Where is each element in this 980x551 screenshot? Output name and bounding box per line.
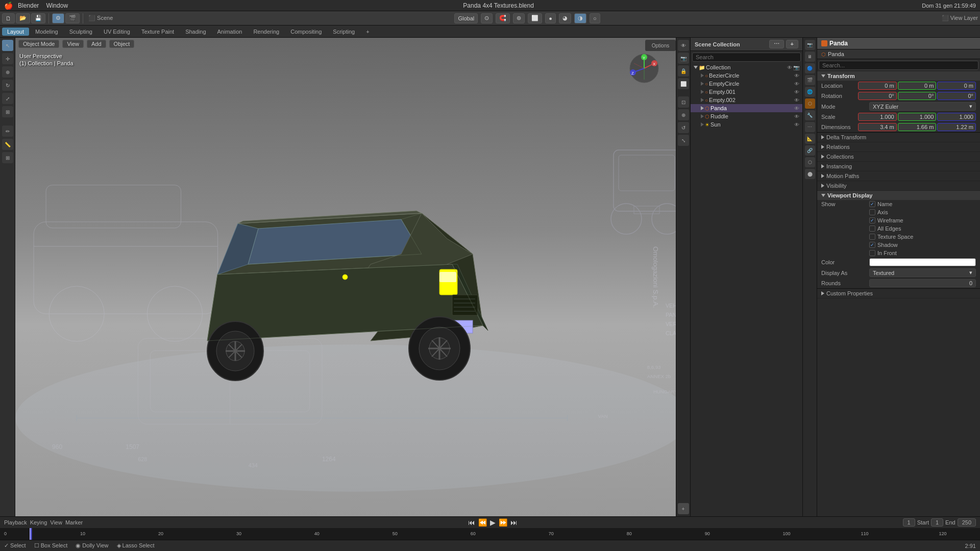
sun-eye-icon[interactable]: 👁	[794, 122, 799, 128]
custom-properties-section[interactable]: Custom Properties	[817, 289, 980, 298]
view-layer-props-icon[interactable]: 🔵	[805, 63, 815, 73]
select-tool[interactable]: ↖	[2, 40, 13, 51]
color-swatch[interactable]	[869, 258, 976, 266]
scale-x[interactable]: 1.000	[858, 113, 897, 121]
viewport-icon-5[interactable]: ⊡	[678, 96, 689, 108]
object-menu[interactable]: Object	[109, 40, 135, 48]
world-props-icon[interactable]: 🌐	[805, 87, 815, 97]
viewport-icon-8[interactable]: ⤡	[678, 135, 689, 146]
viewport-icon-1[interactable]: 👁	[678, 40, 689, 51]
timeline-menu[interactable]: Playback	[4, 519, 27, 525]
new-file-btn[interactable]: 🗋	[2, 13, 15, 23]
collections-section[interactable]: Collections	[817, 152, 980, 162]
timeline-marker[interactable]: Marker	[65, 519, 83, 525]
tab-uv-editing[interactable]: UV Editing	[99, 28, 135, 36]
tab-scripting[interactable]: Scripting	[328, 28, 360, 36]
tab-sculpting[interactable]: Sculpting	[64, 28, 97, 36]
move-tool[interactable]: ⊕	[2, 66, 13, 78]
props-search-input[interactable]	[819, 61, 978, 70]
rounds-value[interactable]: 0	[869, 279, 976, 287]
location-x[interactable]: 0 m	[858, 82, 897, 90]
modifier-props-icon[interactable]: 🔧	[805, 110, 815, 120]
apple-logo-icon[interactable]: 🍎	[4, 2, 13, 10]
location-y[interactable]: 0 m	[898, 82, 937, 90]
rotate-tool[interactable]: ↻	[2, 80, 13, 91]
viewport-icon-4[interactable]: ⬜	[678, 78, 689, 89]
rotation-y[interactable]: 0°	[898, 92, 937, 100]
snapping-btn[interactable]: 🧲	[496, 13, 510, 23]
tab-rendering[interactable]: Rendering	[248, 28, 284, 36]
snap-global-btn[interactable]: Global	[454, 13, 478, 23]
cursor-tool[interactable]: ✛	[2, 53, 13, 64]
in-front-checkbox[interactable]	[869, 250, 875, 256]
collection-camera-icon[interactable]: 📷	[793, 65, 799, 70]
viewport-options-btn[interactable]: Options	[645, 40, 676, 51]
measure-tool[interactable]: 📏	[2, 139, 13, 150]
scene-search-input[interactable]	[692, 53, 801, 62]
tab-texture-paint[interactable]: Texture Paint	[136, 28, 179, 36]
scale-z[interactable]: 1.000	[937, 113, 976, 121]
shading-rendered-btn[interactable]: ◑	[574, 13, 586, 23]
wireframe-checkbox[interactable]	[869, 217, 875, 223]
tab-add[interactable]: +	[361, 28, 374, 36]
window-menu[interactable]: Window	[46, 2, 68, 9]
scene-item-empty002[interactable]: ○ Empty.002 👁	[691, 96, 802, 104]
viewport-icon-3[interactable]: 🔒	[678, 65, 689, 77]
tab-layout[interactable]: Layout	[2, 28, 29, 36]
bezier-eye-icon[interactable]: 👁	[794, 73, 799, 79]
delta-transform-section[interactable]: Delta Transform	[817, 133, 980, 142]
save-btn[interactable]: 💾	[31, 13, 45, 23]
tab-shading[interactable]: Shading	[180, 28, 211, 36]
blender-menu[interactable]: Blender	[18, 2, 39, 9]
start-frame[interactable]: 1	[931, 518, 943, 527]
texture-space-checkbox[interactable]	[869, 234, 875, 240]
overlay-btn[interactable]: ⊚	[513, 13, 525, 23]
xray-btn[interactable]: ⬜	[528, 13, 542, 23]
viewport-icon-2[interactable]: 📷	[678, 53, 689, 64]
dim-x[interactable]: 3.4 m	[858, 123, 897, 131]
rotation-z[interactable]: 0°	[937, 92, 976, 100]
next-frame-btn[interactable]: ⏩	[499, 518, 507, 527]
render-props-icon[interactable]: 📷	[805, 40, 815, 50]
scene-add-btn[interactable]: +	[786, 40, 798, 48]
transform-pivot-btn[interactable]: ⊙	[481, 13, 493, 23]
engine-btn[interactable]: ⚙	[52, 13, 64, 23]
tab-compositing[interactable]: Compositing	[285, 28, 327, 36]
dim-z[interactable]: 1.22 m	[937, 123, 976, 131]
rotation-mode-dropdown[interactable]: XYZ Euler ▾	[869, 102, 976, 111]
viewport-icon-7[interactable]: ↺	[678, 122, 689, 133]
panda-eye-icon[interactable]: 👁	[794, 106, 799, 111]
display-as-dropdown[interactable]: Textured ▾	[869, 268, 976, 277]
end-frame[interactable]: 250	[958, 518, 976, 527]
shading-solid-btn[interactable]: ●	[545, 13, 556, 23]
current-frame[interactable]: 1	[903, 518, 915, 527]
add-tool[interactable]: ⊞	[2, 152, 13, 163]
shadow-checkbox[interactable]	[869, 242, 875, 248]
scene-props-icon[interactable]: 🎬	[805, 75, 815, 85]
annotate-tool[interactable]: ✏	[2, 126, 13, 137]
all-edges-checkbox[interactable]	[869, 226, 875, 232]
dim-y[interactable]: 1.66 m	[898, 123, 937, 131]
object-props-icon[interactable]: ⬡	[805, 98, 815, 109]
empty-circle-eye-icon[interactable]: 👁	[794, 81, 799, 87]
scene-item-empty001[interactable]: ○ Empty.001 👁	[691, 88, 802, 96]
scene-item-empty-circle[interactable]: ○ EmptyCircle 👁	[691, 80, 802, 88]
scene-item-collection[interactable]: 📁 Collection 👁 📷	[691, 63, 802, 71]
timeline-keying[interactable]: Keying	[30, 519, 47, 525]
timeline-view[interactable]: View	[50, 519, 62, 525]
scale-y[interactable]: 1.000	[898, 113, 937, 121]
3d-viewport[interactable]: Omologazioni S.p.A. VEHICLE TYPE: PANDA …	[15, 38, 690, 516]
tab-modeling[interactable]: Modeling	[30, 28, 63, 36]
motion-paths-section[interactable]: Motion Paths	[817, 171, 980, 181]
ruddle-eye-icon[interactable]: 👁	[794, 114, 799, 119]
output-props-icon[interactable]: 🖥	[805, 52, 815, 62]
location-z[interactable]: 0 m	[937, 82, 976, 90]
viewport-icon-6[interactable]: ⊕	[678, 109, 689, 120]
axis-checkbox[interactable]	[869, 209, 875, 215]
constraints-props-icon[interactable]: 🔗	[805, 145, 815, 156]
object-mode-dropdown[interactable]: Object Mode	[18, 40, 59, 48]
material-props-icon[interactable]: ⬤	[805, 169, 815, 179]
visibility-section[interactable]: Visibility	[817, 181, 980, 191]
collection-visibility-icon[interactable]: 👁	[787, 65, 792, 70]
play-btn[interactable]: ▶	[490, 518, 496, 527]
